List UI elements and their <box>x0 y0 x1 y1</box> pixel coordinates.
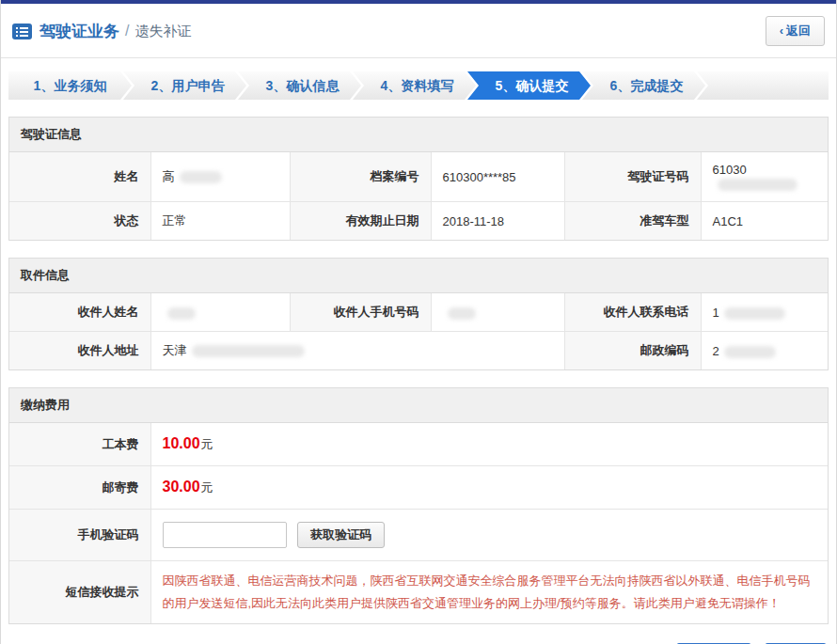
fee-amount: 10.00 <box>163 435 200 451</box>
recipient-mobile-label: 收件人手机号码 <box>290 293 431 332</box>
production-fee-value: 10.00元 <box>150 423 828 466</box>
redacted-value <box>167 307 196 320</box>
mailing-fee-value: 30.00元 <box>150 466 828 510</box>
page-title: 驾驶证业务 <box>39 21 119 42</box>
postal-code-label: 邮政编码 <box>564 332 701 370</box>
table-row: 状态 正常 有效期止日期 2018-11-18 准驾车型 A1C1 <box>9 202 828 241</box>
step-bar-filler <box>697 71 829 100</box>
payment-section: 缴纳费用 工本费 10.00元 邮寄费 30.00元 手机验证码 获取验证码 短… <box>8 387 829 624</box>
pickup-info-section: 取件信息 收件人姓名 收件人手机号码 收件人联系电话 1 收件人地址 天津 邮政… <box>8 258 829 370</box>
file-number-label: 档案编号 <box>290 152 431 202</box>
redacted-value <box>180 171 222 183</box>
table-row: 手机验证码 获取验证码 <box>9 510 828 561</box>
fee-amount: 30.00 <box>163 479 200 495</box>
fee-unit: 元 <box>201 480 213 495</box>
status-value: 正常 <box>150 202 290 241</box>
step-5-confirm-submit: 5、确认提交 <box>467 71 591 100</box>
recipient-name-value <box>150 293 290 332</box>
sms-code-input[interactable] <box>163 522 287 548</box>
table-row: 收件人姓名 收件人手机号码 收件人联系电话 1 <box>9 293 828 332</box>
recipient-address-label: 收件人地址 <box>9 332 150 370</box>
sms-notice-label: 短信接收提示 <box>9 561 150 624</box>
sms-notice-text: 因陕西省联通、电信运营商技术问题，陕西省互联网交通安全综合服务管理平台无法向持陕… <box>163 573 811 610</box>
sms-code-label: 手机验证码 <box>9 510 150 561</box>
recipient-phone-value: 1 <box>701 293 828 332</box>
redacted-value <box>192 345 305 357</box>
redacted-value <box>724 307 785 320</box>
breadcrumb-separator: / <box>125 23 129 39</box>
redacted-value <box>448 307 476 320</box>
list-icon <box>12 24 32 39</box>
step-wizard: 1、业务须知 2、用户申告 3、确认信息 4、资料填写 5、确认提交 6、完成提… <box>8 71 829 100</box>
table-row: 收件人地址 天津 邮政编码 2 <box>9 332 828 370</box>
license-number-label: 驾驶证号码 <box>564 152 701 202</box>
expiry-date-label: 有效期止日期 <box>290 202 431 241</box>
name-label: 姓名 <box>9 152 150 202</box>
payment-section-title: 缴纳费用 <box>9 388 828 423</box>
step-2-user-declaration: 2、用户申告 <box>123 71 246 100</box>
name-value: 高 <box>150 152 290 202</box>
license-number-value: 61030 <box>701 152 828 202</box>
vehicle-class-label: 准驾车型 <box>564 202 701 241</box>
page: 驾驶证业务 / 遗失补证 ‹返回 1、业务须知 2、用户申告 3、确认信息 4、… <box>0 0 837 644</box>
recipient-phone-label: 收件人联系电话 <box>564 293 701 332</box>
pickup-info-table: 收件人姓名 收件人手机号码 收件人联系电话 1 收件人地址 天津 邮政编码 2 <box>9 293 828 369</box>
recipient-mobile-value <box>431 293 564 332</box>
expiry-date-value: 2018-11-18 <box>431 202 564 241</box>
step-4-fill-info: 4、资料填写 <box>353 71 476 100</box>
step-1-business-notice: 1、业务须知 <box>8 71 132 100</box>
back-chevron-icon: ‹ <box>780 24 783 38</box>
back-button[interactable]: ‹返回 <box>766 16 825 46</box>
header: 驾驶证业务 / 遗失补证 ‹返回 <box>1 4 836 58</box>
pickup-section-title: 取件信息 <box>9 259 828 293</box>
step-3-confirm-info: 3、确认信息 <box>238 71 361 100</box>
sms-code-cell: 获取验证码 <box>150 510 828 561</box>
postal-code-value: 2 <box>701 332 828 370</box>
license-section-title: 驾驶证信息 <box>9 118 828 152</box>
production-fee-label: 工本费 <box>9 423 150 466</box>
get-sms-code-button[interactable]: 获取验证码 <box>297 522 385 548</box>
table-row: 工本费 10.00元 <box>9 423 828 466</box>
recipient-name-label: 收件人姓名 <box>9 293 150 332</box>
table-row: 姓名 高 档案编号 610300****85 驾驶证号码 61030 <box>9 152 828 202</box>
mailing-fee-label: 邮寄费 <box>9 466 150 510</box>
sms-notice-cell: 因陕西省联通、电信运营商技术问题，陕西省互联网交通安全综合服务管理平台无法向持陕… <box>150 561 828 624</box>
recipient-address-value: 天津 <box>150 332 564 370</box>
fee-unit: 元 <box>201 437 213 451</box>
breadcrumb-current: 遗失补证 <box>134 23 191 40</box>
table-row: 短信接收提示 因陕西省联通、电信运营商技术问题，陕西省互联网交通安全综合服务管理… <box>9 561 828 624</box>
table-row: 邮寄费 30.00元 <box>9 466 828 510</box>
back-button-label: 返回 <box>786 24 811 38</box>
status-label: 状态 <box>9 202 150 241</box>
file-number-value: 610300****85 <box>431 152 564 202</box>
step-6-complete-submit: 6、完成提交 <box>582 71 705 100</box>
license-info-table: 姓名 高 档案编号 610300****85 驾驶证号码 61030 状态 正常… <box>9 152 828 240</box>
payment-table: 工本费 10.00元 邮寄费 30.00元 手机验证码 获取验证码 短信接收提示… <box>9 423 828 623</box>
vehicle-class-value: A1C1 <box>701 202 828 241</box>
license-info-section: 驾驶证信息 姓名 高 档案编号 610300****85 驾驶证号码 61030… <box>8 117 829 241</box>
redacted-value <box>724 346 776 358</box>
redacted-value <box>718 179 798 191</box>
